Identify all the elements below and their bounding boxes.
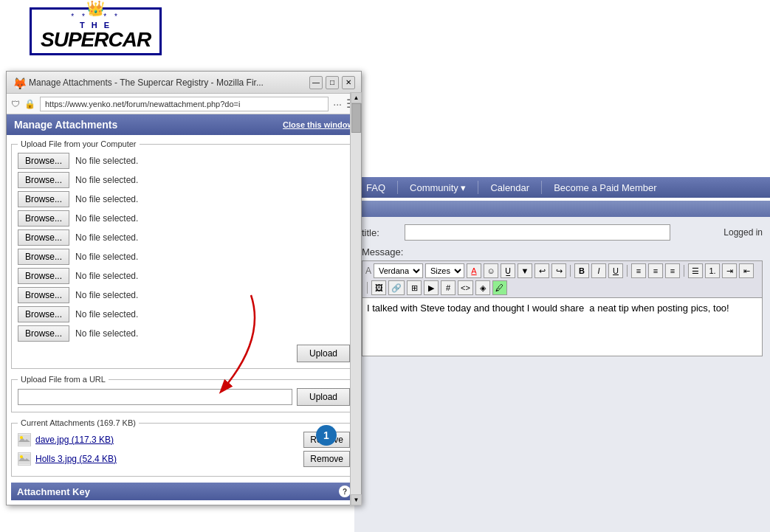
no-file-6: No file selected. bbox=[75, 252, 138, 262]
highlight-btn[interactable]: 🖊 bbox=[492, 280, 507, 295]
remove-btn-2[interactable]: Remove bbox=[303, 451, 350, 467]
url-input[interactable] bbox=[40, 97, 329, 111]
attachment-key-label: Attachment Key bbox=[17, 486, 90, 497]
no-file-5: No file selected. bbox=[75, 232, 138, 243]
no-file-4: No file selected. bbox=[75, 213, 138, 224]
no-file-1: No file selected. bbox=[75, 156, 138, 166]
browse-btn-6[interactable]: Browse... bbox=[18, 249, 69, 265]
help-icon[interactable]: ? bbox=[339, 486, 351, 497]
browse-row-3: Browse... No file selected. bbox=[18, 191, 350, 207]
minimize-button[interactable]: — bbox=[309, 76, 323, 89]
url-row: Upload bbox=[18, 388, 350, 406]
list-ol-btn[interactable]: 1. bbox=[705, 263, 720, 278]
font-icon: A bbox=[365, 266, 371, 276]
align-right-btn[interactable]: ≡ bbox=[665, 263, 680, 278]
more-btn[interactable]: ▼ bbox=[518, 263, 532, 278]
upload-url-legend: Upload File from a URL bbox=[18, 375, 109, 384]
browse-btn-4[interactable]: Browse... bbox=[18, 210, 69, 227]
emoji-btn[interactable]: ☺ bbox=[484, 263, 498, 278]
attachment-link-2[interactable]: Holls 3.jpg (52.4 KB) bbox=[35, 454, 303, 464]
scroll-down-btn[interactable]: ▼ bbox=[351, 494, 362, 505]
forum-body: title: Logged in Message: A Verdana Size… bbox=[354, 217, 770, 532]
browse-row-4: Browse... No file selected. bbox=[18, 210, 350, 227]
no-file-7: No file selected. bbox=[75, 271, 138, 281]
media-btn[interactable]: ▶ bbox=[424, 280, 439, 295]
no-file-9: No file selected. bbox=[75, 309, 138, 319]
upload-url-btn[interactable]: Upload bbox=[297, 388, 350, 406]
title-input[interactable] bbox=[405, 224, 670, 241]
title-row: title: Logged in bbox=[362, 224, 763, 241]
toolbar-sep-4 bbox=[367, 282, 368, 294]
url-input-field[interactable] bbox=[18, 389, 292, 405]
browse-btn-9[interactable]: Browse... bbox=[18, 306, 69, 322]
attachment-row-1: dave.jpg (117.3 KB) Remove bbox=[18, 432, 350, 448]
image-btn[interactable]: 🖼 bbox=[371, 280, 386, 295]
list-ul-btn[interactable]: ☰ bbox=[688, 263, 703, 278]
header-bar bbox=[354, 201, 770, 217]
logo-crown-icon: 👑 bbox=[86, 0, 105, 17]
browse-row-2: Browse... No file selected. bbox=[18, 172, 350, 188]
dialog-title: Manage Attachments bbox=[14, 119, 117, 131]
underline-btn[interactable]: U bbox=[608, 263, 623, 278]
table-btn[interactable]: ⊞ bbox=[407, 280, 422, 295]
message-toolbar: A Verdana Sizes A ☺ U̲ ▼ ↩ ↪ B I U ≡ ≡ ≡… bbox=[362, 260, 763, 297]
browse-btn-1[interactable]: Browse... bbox=[18, 153, 69, 169]
nav-paid-member[interactable]: Become a Paid Member bbox=[542, 179, 668, 196]
source-btn[interactable]: <> bbox=[458, 280, 473, 295]
logo-area: 👑 * * * * * T H E SUPERCAR bbox=[30, 7, 162, 55]
scrollbar-track: ▲ ▼ bbox=[350, 92, 361, 505]
no-file-2: No file selected. bbox=[75, 175, 138, 185]
browse-btn-5[interactable]: Browse... bbox=[18, 229, 69, 246]
more-options-icon[interactable]: ··· bbox=[333, 98, 342, 110]
italic-btn[interactable]: I bbox=[591, 263, 606, 278]
current-attachments-section: Current Attachments (169.7 KB) dave.jpg … bbox=[11, 418, 357, 477]
bold-btn[interactable]: B bbox=[574, 263, 589, 278]
attachment-key-header: Attachment Key ? bbox=[11, 483, 357, 500]
hr-btn[interactable]: # bbox=[441, 280, 456, 295]
browse-row-8: Browse... No file selected. bbox=[18, 287, 350, 303]
scroll-up-btn[interactable]: ▲ bbox=[351, 92, 362, 103]
scroll-thumb[interactable] bbox=[351, 103, 361, 133]
no-file-8: No file selected. bbox=[75, 290, 138, 300]
upload-computer-legend: Upload File from your Computer bbox=[18, 139, 140, 148]
message-textarea[interactable]: I talked with Steve today and thought I … bbox=[362, 297, 763, 356]
attachment-row-2: Holls 3.jpg (52.4 KB) Remove bbox=[18, 451, 350, 467]
browser-window: 🦊 Manage Attachments - The Supercar Regi… bbox=[6, 71, 362, 505]
nav-calendar[interactable]: Calendar bbox=[478, 179, 541, 196]
align-left-btn[interactable]: ≡ bbox=[631, 263, 646, 278]
lock-icon: 🔒 bbox=[24, 99, 35, 109]
upload-computer-section: Upload File from your Computer Browse...… bbox=[11, 139, 357, 369]
special-btn[interactable]: ◈ bbox=[475, 280, 490, 295]
restore-button[interactable]: □ bbox=[326, 76, 339, 89]
close-dialog-link[interactable]: Close this window bbox=[283, 120, 354, 129]
close-button[interactable]: ✕ bbox=[342, 76, 355, 89]
browse-btn-7[interactable]: Browse... bbox=[18, 268, 69, 284]
upload-btn-row: Upload bbox=[18, 345, 350, 362]
nav-community[interactable]: Community ▾ bbox=[398, 179, 478, 196]
font-select[interactable]: Verdana bbox=[374, 263, 423, 278]
address-bar: 🛡 🔒 ··· ☰ bbox=[7, 94, 361, 114]
toolbar-sep-3 bbox=[684, 265, 684, 277]
underscore-btn[interactable]: U̲ bbox=[501, 263, 515, 278]
redo-btn[interactable]: ↪ bbox=[551, 263, 566, 278]
browse-row-10: Browse... No file selected. bbox=[18, 325, 350, 342]
sizes-select[interactable]: Sizes bbox=[425, 263, 464, 278]
browse-row-6: Browse... No file selected. bbox=[18, 249, 350, 265]
nav-bar: FAQ Community ▾ Calendar Become a Paid M… bbox=[354, 177, 770, 198]
indent-btn[interactable]: ⇥ bbox=[722, 263, 737, 278]
browse-btn-2[interactable]: Browse... bbox=[18, 172, 69, 188]
undo-btn[interactable]: ↩ bbox=[534, 263, 549, 278]
attachment-thumb-2 bbox=[18, 452, 31, 466]
outdent-btn[interactable]: ⇤ bbox=[739, 263, 754, 278]
browse-btn-10[interactable]: Browse... bbox=[18, 325, 69, 342]
browse-btn-3[interactable]: Browse... bbox=[18, 191, 69, 207]
logo-supercar: SUPERCAR bbox=[41, 30, 151, 50]
browse-btn-8[interactable]: Browse... bbox=[18, 287, 69, 303]
align-center-btn[interactable]: ≡ bbox=[648, 263, 663, 278]
no-file-10: No file selected. bbox=[75, 328, 138, 339]
attachment-link-1[interactable]: dave.jpg (117.3 KB) bbox=[35, 435, 303, 445]
toolbar-sep-1 bbox=[570, 265, 571, 277]
font-color-btn[interactable]: A bbox=[467, 263, 481, 278]
link-btn[interactable]: 🔗 bbox=[388, 280, 405, 295]
upload-computer-btn[interactable]: Upload bbox=[297, 345, 350, 362]
